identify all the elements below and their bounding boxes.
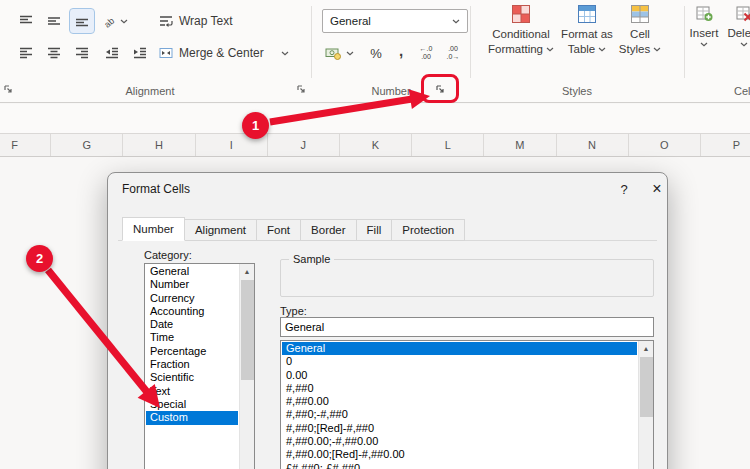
percent-style-label: % [370, 46, 382, 61]
format-as-table-button[interactable]: Format as Table [558, 5, 616, 56]
column-header[interactable]: L [412, 134, 484, 156]
insert-button[interactable]: Insert [686, 5, 722, 47]
group-separator [470, 6, 471, 78]
column-header[interactable]: P [701, 134, 750, 156]
align-center-button[interactable] [42, 41, 66, 65]
accounting-format-chevron-icon[interactable] [344, 41, 356, 65]
conditional-formatting-icon [512, 5, 530, 23]
group-separator [684, 6, 685, 78]
type-input[interactable]: General [280, 317, 654, 337]
decrease-decimal-button[interactable]: .00 .0→ [440, 41, 466, 65]
type-item[interactable]: #,##0.00 [282, 395, 637, 408]
merge-center-button[interactable]: Merge & Center [158, 41, 264, 65]
column-header[interactable]: H [123, 134, 195, 156]
type-item[interactable]: 0.00 [282, 369, 637, 382]
category-item[interactable]: Percentage [146, 345, 238, 358]
category-item[interactable]: Special [146, 398, 238, 411]
number-format-select[interactable]: General [322, 9, 468, 33]
merge-center-icon [158, 45, 174, 61]
number-launcher-highlight-box [421, 74, 459, 103]
dialog-title: Format Cells [122, 182, 190, 196]
alignment-dialog-launcher[interactable] [294, 82, 308, 96]
category-item[interactable]: General [146, 265, 238, 278]
column-header[interactable]: M [484, 134, 556, 156]
tab-border[interactable]: Border [301, 219, 357, 241]
percent-style-button[interactable]: % [364, 41, 388, 65]
type-item[interactable]: #,##0 [282, 382, 637, 395]
category-item[interactable]: Scientific [146, 371, 238, 384]
scroll-up-icon[interactable]: ▲ [639, 341, 653, 356]
type-item[interactable]: 0 [282, 355, 637, 368]
type-item[interactable]: #,##0;-#,##0 [282, 408, 637, 421]
comma-style-label: , [399, 42, 403, 59]
tab-number[interactable]: Number [122, 217, 185, 241]
orientation-dropdown-chevron-icon[interactable] [118, 9, 130, 33]
type-item-selected[interactable]: General [282, 342, 637, 355]
align-center-icon [46, 45, 62, 61]
decrease-indent-button[interactable] [100, 41, 124, 65]
category-item[interactable]: Fraction [146, 358, 238, 371]
conditional-formatting-button[interactable]: Conditional Formatting [488, 5, 554, 56]
comma-style-button[interactable]: , [389, 41, 413, 65]
scrollbar-thumb[interactable] [640, 357, 653, 417]
type-item[interactable]: #,##0.00;-#,##0.00 [282, 435, 637, 448]
delete-cells-icon [736, 5, 750, 22]
delete-button[interactable]: Delete [722, 5, 750, 47]
close-button[interactable]: × [644, 178, 670, 200]
column-header[interactable]: O [629, 134, 701, 156]
category-item[interactable]: Date [146, 318, 238, 331]
column-header[interactable]: J [268, 134, 340, 156]
column-header[interactable]: K [340, 134, 412, 156]
category-item[interactable]: Time [146, 331, 238, 344]
increase-indent-button[interactable] [128, 41, 152, 65]
column-header[interactable]: N [557, 134, 629, 156]
type-scrollbar[interactable]: ▲ [638, 341, 653, 469]
scroll-up-icon[interactable]: ▲ [240, 264, 254, 279]
category-item-selected[interactable]: Custom [146, 411, 238, 424]
category-item[interactable]: Number [146, 278, 238, 291]
number-format-value: General [330, 15, 452, 27]
format-cells-dialog: Format Cells ? × Number Alignment Font B… [107, 172, 668, 469]
category-item[interactable]: Text [146, 385, 238, 398]
type-item[interactable]: #,##0.00;[Red]-#,##0.00 [282, 448, 637, 461]
column-header[interactable]: F [0, 134, 51, 156]
help-button[interactable]: ? [611, 178, 637, 200]
category-item[interactable]: Accounting [146, 305, 238, 318]
category-listbox: General Number Currency Accounting Date … [144, 263, 255, 469]
decrease-decimal-icon: .00 [448, 45, 458, 53]
cell-styles-button[interactable]: Cell Styles [616, 5, 664, 56]
increase-decimal-button[interactable]: ←.0 .00 [413, 41, 439, 65]
chevron-down-icon [700, 42, 708, 47]
scrollbar-thumb[interactable] [241, 280, 254, 380]
tab-protection[interactable]: Protection [392, 219, 465, 241]
cells-group-label: Cells [734, 85, 750, 99]
svg-text:ab: ab [102, 16, 116, 29]
category-scrollbar[interactable]: ▲ [239, 264, 254, 469]
sheet-top-band [0, 104, 750, 133]
type-listbox: General 0 0.00 #,##0 #,##0.00 #,##0;-#,#… [280, 340, 654, 469]
align-top-button[interactable] [14, 9, 38, 33]
tab-fill[interactable]: Fill [357, 219, 393, 241]
category-item[interactable]: Currency [146, 292, 238, 305]
align-left-button[interactable] [14, 41, 38, 65]
align-right-button[interactable] [70, 41, 94, 65]
accounting-format-button[interactable] [322, 41, 344, 65]
decrease-indent-icon [104, 45, 120, 61]
group-separator [311, 6, 312, 78]
tab-font[interactable]: Font [257, 219, 301, 241]
chevron-down-icon [452, 19, 460, 24]
column-header[interactable]: G [51, 134, 123, 156]
tab-alignment[interactable]: Alignment [185, 219, 257, 241]
column-header-row: F G H I J K L M N O P [0, 133, 750, 157]
wrap-text-button[interactable]: Wrap Text [158, 9, 233, 33]
align-bottom-button[interactable] [70, 9, 94, 33]
align-right-icon [74, 45, 90, 61]
merge-center-chevron-icon[interactable] [278, 41, 292, 65]
wrap-text-label: Wrap Text [179, 14, 233, 28]
type-item[interactable]: #,##0;[Red]-#,##0 [282, 422, 637, 435]
increase-decimal-icon: ←.0 [420, 45, 433, 53]
sample-groupbox: Sample [280, 259, 654, 297]
orientation-icon: ab [102, 13, 118, 29]
type-item[interactable]: £#,##0;-£#,##0 [282, 462, 637, 469]
align-middle-button[interactable] [42, 9, 66, 33]
